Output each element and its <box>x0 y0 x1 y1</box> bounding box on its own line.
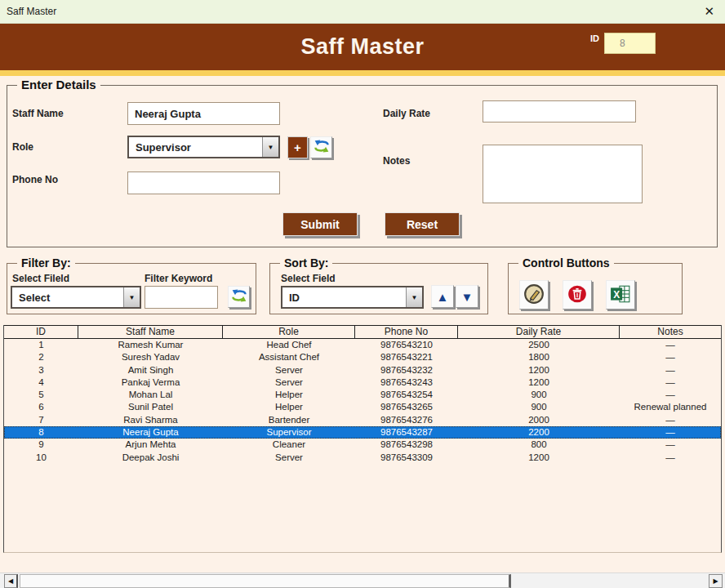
table-cell: 9876543265 <box>355 401 458 413</box>
notes-field[interactable] <box>483 145 643 203</box>
column-header: Daily Rate <box>458 326 620 338</box>
table-cell: Ravi Sharma <box>78 414 223 426</box>
pencil-icon <box>523 283 545 307</box>
table-cell: 900 <box>458 401 620 413</box>
table-cell: 3 <box>4 364 78 376</box>
role-selected-value: Supervisor <box>129 137 262 157</box>
table-cell: 1200 <box>458 364 620 376</box>
export-excel-button[interactable]: X <box>606 280 635 310</box>
svg-text:X: X <box>613 288 620 300</box>
table-cell: Server <box>223 364 355 376</box>
table-cell: — <box>620 364 721 376</box>
table-cell: Assistant Chef <box>223 351 355 363</box>
table-row[interactable]: 10Deepak JoshiServer98765433091200— <box>4 452 721 464</box>
table-cell: Mohan Lal <box>78 389 223 401</box>
sort-field-select[interactable]: ID ▼ <box>281 286 424 309</box>
refresh-roles-button[interactable] <box>310 136 332 158</box>
phone-input[interactable] <box>127 172 280 194</box>
reset-button[interactable]: Reset <box>385 212 460 236</box>
table-row[interactable]: 7Ravi SharmaBartender98765432762000— <box>4 414 721 426</box>
scroll-right-icon: ▶ <box>713 577 718 585</box>
table-row[interactable]: 1Ramesh KumarHead Chef98765432102500— <box>4 339 721 351</box>
table-cell: Neeraj Gupta <box>78 426 223 439</box>
staff-name-label: Staff Name <box>12 108 64 119</box>
column-header: Phone No <box>355 326 458 338</box>
table-header: IDStaff NameRolePhone NoDaily RateNotes <box>4 325 721 339</box>
table-row[interactable]: 4Pankaj VermaServer98765432431200— <box>4 376 721 389</box>
table-row[interactable]: 5Mohan LalHelper9876543254900— <box>4 389 721 401</box>
sort-up-icon: ▲ <box>437 291 449 303</box>
scrollbar-thumb[interactable] <box>20 574 511 588</box>
filter-keyword-input[interactable] <box>145 286 218 309</box>
table-row[interactable]: 6Sunil PatelHelper9876543265900Renewal p… <box>4 401 721 413</box>
id-field[interactable] <box>604 33 656 54</box>
edit-button[interactable] <box>519 280 549 310</box>
table-cell: 9876543232 <box>355 364 458 376</box>
trash-icon <box>567 283 588 307</box>
id-label: ID <box>590 33 599 43</box>
table-cell: — <box>620 376 721 389</box>
chevron-down-icon[interactable]: ▼ <box>406 287 422 307</box>
chevron-down-icon[interactable]: ▼ <box>262 137 278 157</box>
role-label: Role <box>12 141 33 153</box>
table-cell: 9876543243 <box>355 376 458 389</box>
sync-icon <box>231 287 247 306</box>
app-window: Saff Master ✕ Saff Master ID Enter Detai… <box>0 0 725 588</box>
table-cell: — <box>620 414 721 426</box>
table-cell: 9876543221 <box>355 351 458 363</box>
table-row[interactable]: 8Neeraj GuptaSupervisor98765432872200— <box>4 426 721 439</box>
daily-rate-label: Daily Rate <box>383 108 430 119</box>
enter-details-legend: Enter Details <box>17 78 100 91</box>
table-cell: Deepak Joshi <box>78 452 223 464</box>
close-icon[interactable]: ✕ <box>704 4 714 19</box>
add-role-button[interactable]: + <box>287 136 308 158</box>
horizontal-scrollbar[interactable]: ◀ ▶ <box>0 572 725 588</box>
table-cell: 2200 <box>458 426 620 439</box>
sort-field-label: Select Field <box>281 273 336 284</box>
apply-filter-button[interactable] <box>228 286 250 308</box>
submit-button[interactable]: Submit <box>282 212 358 236</box>
table-cell: 900 <box>458 389 620 401</box>
table-cell: 5 <box>4 389 78 401</box>
table-row[interactable]: 2Suresh YadavAssistant Chef9876543221180… <box>4 351 721 363</box>
scroll-left-icon: ◀ <box>8 577 13 585</box>
daily-rate-input[interactable] <box>483 100 636 122</box>
table-cell: — <box>620 351 721 363</box>
table-cell: 1200 <box>458 376 620 389</box>
table-cell: 9876543276 <box>355 414 458 426</box>
table-cell: 6 <box>4 401 78 413</box>
table-cell: 9876543298 <box>355 439 458 451</box>
table-cell: Renewal planned <box>620 401 721 413</box>
table-cell: 9876543210 <box>355 339 458 351</box>
table-cell: 4 <box>4 376 78 389</box>
scroll-left-button[interactable]: ◀ <box>4 574 18 588</box>
table-row[interactable]: 3Amit SinghServer98765432321200— <box>4 364 721 376</box>
table-cell: Bartender <box>223 414 355 426</box>
chevron-down-icon[interactable]: ▼ <box>123 287 140 307</box>
table-cell: Arjun Mehta <box>78 439 223 451</box>
role-select[interactable]: Supervisor ▼ <box>127 136 280 158</box>
scroll-right-button[interactable]: ▶ <box>709 574 723 588</box>
phone-label: Phone No <box>12 174 58 185</box>
delete-button[interactable] <box>563 280 592 310</box>
table-row[interactable]: 9Arjun MehtaCleaner9876543298800— <box>4 439 721 451</box>
table-cell: 2000 <box>458 414 620 426</box>
filter-by-legend: Filter By: <box>17 256 75 270</box>
sort-descending-button[interactable]: ▼ <box>456 285 478 308</box>
column-header: Notes <box>620 326 721 338</box>
table-cell: 2 <box>4 351 78 363</box>
table-cell: Server <box>223 452 355 464</box>
filter-field-select[interactable]: Select ▼ <box>11 286 141 309</box>
table-cell: Cleaner <box>223 439 355 451</box>
control-buttons-group: Control Buttons <box>508 263 683 314</box>
sort-ascending-button[interactable]: ▲ <box>431 285 454 308</box>
staff-name-input[interactable] <box>127 102 280 125</box>
table-cell: Helper <box>223 389 355 401</box>
table-cell: Supervisor <box>223 426 355 439</box>
table-cell: — <box>620 389 721 401</box>
table-cell: 10 <box>4 452 78 464</box>
table-cell: 8 <box>4 426 78 439</box>
enter-details-group: Enter Details Staff Name Role Supervisor… <box>7 85 718 247</box>
table-cell: 7 <box>4 414 78 426</box>
table-cell: Sunil Patel <box>78 401 223 413</box>
